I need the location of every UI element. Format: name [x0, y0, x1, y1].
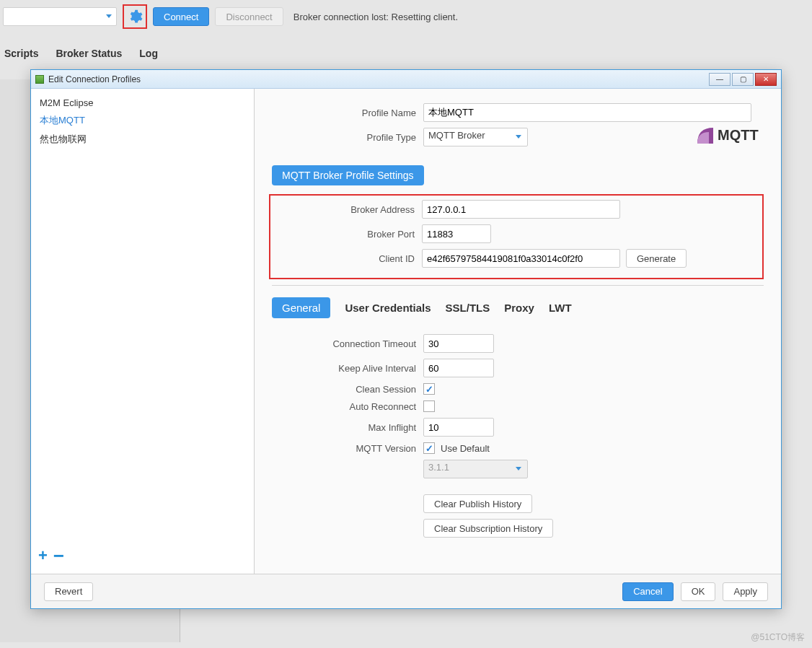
label-keep-alive: Keep Alive Interval: [272, 363, 423, 374]
profile-selector-combo[interactable]: [3, 7, 117, 26]
clean-session-checkbox[interactable]: [423, 383, 435, 395]
tab-ssl-tls[interactable]: SSL/TLS: [446, 302, 490, 314]
profile-item[interactable]: 然也物联网: [31, 130, 254, 149]
close-icon[interactable]: ✕: [755, 73, 777, 86]
dialog-app-icon: [35, 75, 44, 84]
label-connection-timeout: Connection Timeout: [272, 338, 423, 349]
edit-connection-profiles-dialog: Edit Connection Profiles — ▢ ✕ M2M Eclip…: [30, 69, 782, 609]
label-profile-type: Profile Type: [272, 132, 423, 143]
tab-user-credentials[interactable]: User Credentials: [345, 302, 431, 314]
label-clean-session: Clean Session: [272, 384, 423, 395]
settings-gear-highlight: [123, 4, 147, 29]
section-header-broker-settings: MQTT Broker Profile Settings: [272, 165, 424, 185]
apply-button[interactable]: Apply: [723, 582, 768, 601]
connect-button[interactable]: Connect: [153, 7, 209, 26]
profile-form-panel: MQTT Profile Name Profile Type MQTT Brok…: [255, 89, 781, 574]
label-broker-port: Broker Port: [270, 229, 422, 240]
use-default-checkbox[interactable]: [423, 442, 435, 454]
generate-button[interactable]: Generate: [626, 249, 687, 268]
dialog-footer: Revert Cancel OK Apply: [31, 574, 781, 608]
label-client-id: Client ID: [270, 253, 422, 264]
main-tabs-row: Scripts Broker Status Log: [0, 33, 812, 62]
tab-broker-status[interactable]: Broker Status: [56, 48, 122, 59]
clear-publish-history-button[interactable]: Clear Publish History: [423, 494, 532, 513]
cancel-button[interactable]: Cancel: [622, 582, 673, 601]
mqtt-version-select[interactable]: 3.1.1: [423, 460, 528, 478]
label-mqtt-version: MQTT Version: [272, 443, 423, 454]
watermark-text: @51CTO博客: [751, 631, 805, 644]
minimize-icon[interactable]: —: [709, 73, 731, 86]
profile-name-input[interactable]: [423, 103, 751, 122]
ok-button[interactable]: OK: [681, 582, 716, 601]
revert-button[interactable]: Revert: [44, 582, 93, 601]
profile-item[interactable]: M2M Eclipse: [31, 95, 254, 111]
profile-list-panel: M2M Eclipse 本地MQTT 然也物联网 + −: [31, 89, 255, 574]
add-profile-icon[interactable]: +: [38, 548, 48, 566]
remove-profile-icon[interactable]: −: [53, 546, 64, 565]
client-id-input[interactable]: [422, 249, 620, 268]
use-default-label: Use Default: [441, 443, 490, 454]
disconnect-button[interactable]: Disconnect: [215, 7, 283, 26]
broker-address-input[interactable]: [422, 200, 620, 219]
tab-log[interactable]: Log: [139, 48, 158, 59]
dialog-title-text: Edit Connection Profiles: [48, 74, 141, 84]
label-max-inflight: Max Inflight: [272, 422, 423, 433]
tab-scripts[interactable]: Scripts: [4, 48, 38, 59]
svg-text:MQTT: MQTT: [718, 127, 759, 143]
label-broker-address: Broker Address: [270, 204, 422, 215]
profile-item[interactable]: 本地MQTT: [31, 111, 254, 130]
auto-reconnect-checkbox[interactable]: [423, 400, 435, 412]
label-profile-name: Profile Name: [272, 108, 423, 118]
settings-tabs-row: General User Credentials SSL/TLS Proxy L…: [272, 297, 764, 318]
max-inflight-input[interactable]: [423, 418, 494, 437]
connection-status-text: Broker connection lost: Resetting client…: [294, 12, 458, 22]
dialog-titlebar[interactable]: Edit Connection Profiles — ▢ ✕: [31, 70, 781, 89]
broker-fields-highlight: Broker Address Broker Port Client ID Gen…: [269, 194, 764, 279]
label-auto-reconnect: Auto Reconnect: [272, 401, 423, 412]
tab-general[interactable]: General: [272, 297, 330, 318]
broker-port-input[interactable]: [422, 224, 491, 243]
maximize-icon[interactable]: ▢: [732, 73, 754, 86]
mqtt-logo: MQTT: [696, 123, 764, 147]
keep-alive-input[interactable]: [423, 359, 494, 377]
tab-proxy[interactable]: Proxy: [504, 302, 534, 314]
clear-subscription-history-button[interactable]: Clear Subscription History: [423, 519, 553, 538]
profile-type-select[interactable]: MQTT Broker: [423, 128, 528, 146]
connection-timeout-input[interactable]: [423, 334, 494, 353]
gear-icon[interactable]: [127, 9, 143, 25]
tab-lwt[interactable]: LWT: [549, 302, 572, 314]
top-toolbar: Connect Disconnect Broker connection los…: [0, 0, 812, 33]
